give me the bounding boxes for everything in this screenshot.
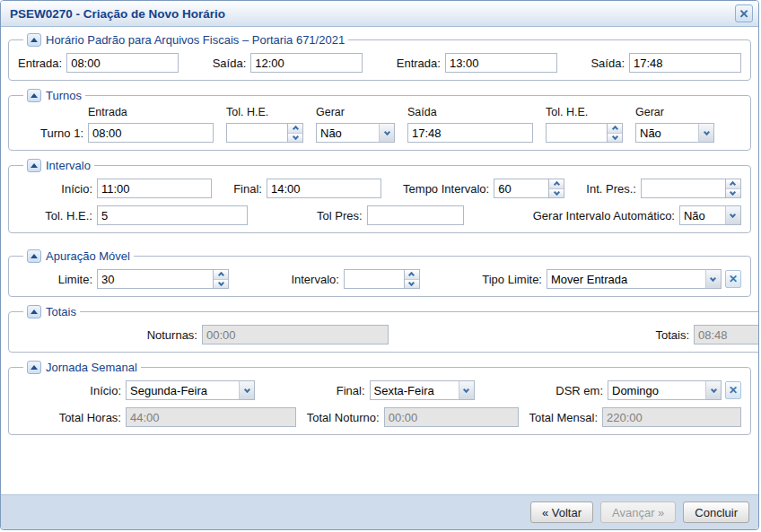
apuracao-intervalo-input[interactable] bbox=[344, 269, 405, 289]
final-label: Final: bbox=[233, 182, 267, 196]
intervalo-inicio-input[interactable] bbox=[97, 179, 212, 198]
concluir-button[interactable]: Concluir bbox=[683, 501, 749, 523]
tempo-intervalo-spinner bbox=[494, 179, 564, 198]
tipo-limite-label: Tipo Limite: bbox=[482, 273, 547, 286]
fieldset-title: Horário Padrão para Arquivos Fiscais – P… bbox=[46, 33, 345, 47]
intervalo-final-input[interactable] bbox=[267, 179, 381, 198]
combo-trigger-button[interactable] bbox=[379, 123, 395, 143]
collapse-button[interactable] bbox=[27, 305, 41, 318]
voltar-button[interactable]: « Voltar bbox=[530, 501, 593, 523]
collapse-icon bbox=[31, 163, 38, 168]
combo-trigger-button[interactable] bbox=[705, 380, 722, 400]
col-tol-he-1: Tol. H.E. bbox=[226, 106, 303, 118]
spin-up-button[interactable] bbox=[214, 270, 228, 279]
collapse-button[interactable] bbox=[27, 159, 41, 172]
dsr-label: DSR em: bbox=[555, 384, 608, 397]
spin-down-button[interactable] bbox=[549, 188, 564, 198]
spin-down-button[interactable] bbox=[288, 133, 302, 143]
spin-down-button[interactable] bbox=[405, 279, 419, 289]
dsr-clear-button[interactable]: ✕ bbox=[725, 381, 741, 399]
intervalo-tolhe-input[interactable] bbox=[97, 205, 248, 225]
turno1-saida-input[interactable] bbox=[407, 123, 533, 143]
chevron-down-icon bbox=[243, 386, 249, 392]
fieldset-title: Turnos bbox=[46, 89, 82, 102]
jornada-final-input[interactable] bbox=[370, 380, 459, 400]
turno1-entrada-input[interactable] bbox=[88, 123, 214, 143]
apuracao-limite-input[interactable] bbox=[97, 269, 214, 289]
turno1-gerar-entrada-input[interactable] bbox=[316, 123, 380, 143]
collapse-icon bbox=[31, 310, 38, 314]
spin-up-button[interactable] bbox=[405, 270, 419, 279]
chevron-down-icon bbox=[730, 189, 736, 196]
dsr-input[interactable] bbox=[608, 380, 706, 400]
spin-down-button[interactable] bbox=[608, 133, 622, 143]
spin-up-button[interactable] bbox=[288, 124, 302, 133]
int-pres-label: Int. Pres.: bbox=[586, 182, 641, 196]
chevron-down-icon bbox=[292, 134, 298, 140]
turno1-gerar-saida-input[interactable] bbox=[635, 123, 699, 143]
combo-trigger-button[interactable] bbox=[705, 269, 722, 289]
total-horas-input bbox=[126, 407, 296, 427]
padrao-entrada1-input[interactable] bbox=[66, 53, 179, 73]
combo-trigger-button[interactable] bbox=[239, 380, 255, 400]
tempo-intervalo-input[interactable] bbox=[494, 179, 549, 198]
combo-trigger-button[interactable] bbox=[725, 205, 741, 225]
turno1-gerar-entrada-select bbox=[316, 123, 395, 143]
total-noturno-input bbox=[384, 407, 519, 427]
tipo-limite-clear-button[interactable]: ✕ bbox=[725, 270, 741, 288]
spin-down-button[interactable] bbox=[214, 279, 228, 289]
int-pres-input[interactable] bbox=[641, 179, 726, 198]
spin-up-button[interactable] bbox=[549, 179, 564, 188]
combo-trigger-button[interactable] bbox=[698, 123, 714, 143]
limite-label: Limite: bbox=[18, 273, 97, 286]
combo-trigger-button[interactable] bbox=[459, 380, 475, 400]
jornada-final-select bbox=[370, 380, 475, 400]
chevron-up-icon bbox=[730, 181, 736, 188]
spin-up-button[interactable] bbox=[608, 124, 622, 133]
gerar-intervalo-automatico-input[interactable] bbox=[679, 205, 726, 225]
collapse-button[interactable] bbox=[27, 89, 41, 102]
fieldset-totais: Totais Noturnas: Totais: bbox=[8, 305, 759, 353]
saida2-label: Saída: bbox=[590, 57, 629, 70]
avancar-button: Avançar » bbox=[600, 501, 676, 523]
fieldset-title: Apuração Móvel bbox=[46, 249, 130, 263]
padrao-saida2-input[interactable] bbox=[629, 53, 741, 73]
turno1-tolhe-saida-input[interactable] bbox=[546, 123, 608, 143]
collapse-button[interactable] bbox=[27, 361, 41, 374]
tol-pres-input[interactable] bbox=[367, 205, 464, 225]
fieldset-turnos: Turnos Entrada Tol. H.E. Gerar Saída Tol… bbox=[8, 89, 751, 151]
fieldset-jornada-legend: Jornada Semanal bbox=[23, 361, 141, 374]
col-gerar-2: Gerar bbox=[635, 106, 714, 118]
turno1-gerar-saida-select bbox=[635, 123, 714, 143]
fieldset-totais-legend: Totais bbox=[23, 305, 80, 318]
jornada-final-label: Final: bbox=[337, 384, 370, 397]
fieldset-apuracao-legend: Apuração Móvel bbox=[23, 249, 134, 263]
padrao-entrada2-input[interactable] bbox=[445, 53, 557, 73]
apuracao-intervalo-spinner bbox=[344, 269, 420, 289]
collapse-button[interactable] bbox=[27, 33, 41, 47]
fieldset-title: Intervalo bbox=[46, 159, 91, 172]
collapse-icon bbox=[31, 365, 38, 370]
close-icon: ✕ bbox=[739, 8, 749, 20]
inicio-label: Início: bbox=[18, 182, 97, 196]
turno1-tolhe-entrada-input[interactable] bbox=[226, 123, 288, 143]
collapse-button[interactable] bbox=[27, 249, 41, 263]
close-button[interactable]: ✕ bbox=[735, 4, 753, 22]
saida1-label: Saída: bbox=[213, 57, 251, 70]
chevron-down-icon bbox=[463, 386, 469, 392]
dialog-body: Horário Padrão para Arquivos Fiscais – P… bbox=[1, 27, 758, 494]
tipo-limite-input[interactable] bbox=[547, 269, 706, 289]
tempo-intervalo-label: Tempo Intervalo: bbox=[403, 182, 494, 196]
jornada-inicio-select bbox=[126, 380, 255, 400]
apuracao-intervalo-label: Intervalo: bbox=[291, 273, 343, 286]
jornada-inicio-input[interactable] bbox=[126, 380, 240, 400]
chevron-down-icon bbox=[611, 134, 617, 140]
padrao-saida1-input[interactable] bbox=[250, 53, 363, 73]
spin-up-button[interactable] bbox=[726, 179, 740, 188]
total-horas-label: Total Horas: bbox=[18, 411, 126, 424]
fieldset-title: Totais bbox=[46, 305, 76, 318]
collapse-icon bbox=[31, 93, 38, 98]
tipo-limite-select bbox=[547, 269, 722, 289]
spin-down-button[interactable] bbox=[726, 188, 740, 198]
window-title: PSEW0270 - Criação de Novo Horário bbox=[10, 7, 735, 21]
